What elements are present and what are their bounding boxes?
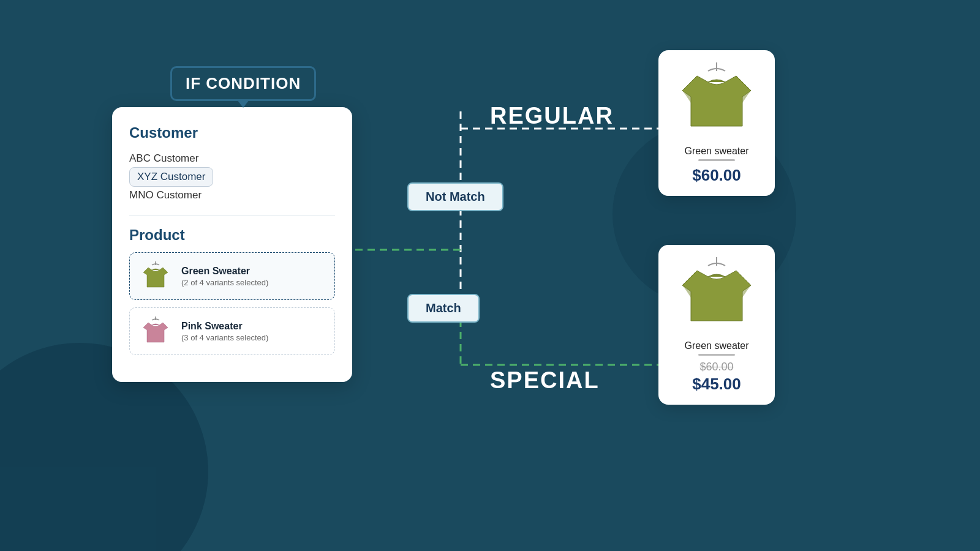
regular-label: REGULAR: [490, 103, 614, 129]
condition-bubble: IF CONDITION: [170, 66, 316, 101]
green-sweater-thumbnail: [138, 259, 173, 293]
condition-label: IF CONDITION: [186, 74, 301, 92]
regular-result-card: Green sweater $60.00: [658, 50, 775, 196]
green-sweater-info: Green Sweater (2 of 4 variants selected): [181, 266, 268, 287]
product-card-pink[interactable]: Pink Sweater (3 of 4 variants selected): [129, 307, 335, 355]
pink-sweater-thumbnail: [138, 314, 173, 348]
special-original-price: $60.00: [667, 361, 766, 373]
special-discounted-price: $45.00: [667, 375, 766, 394]
pink-sweater-icon: [138, 314, 173, 348]
match-label: Match: [426, 301, 461, 315]
main-container: IF CONDITION Customer ABC Customer XYZ C…: [0, 0, 980, 551]
customer-item-abc[interactable]: ABC Customer: [129, 150, 335, 167]
special-sweater-icon: [674, 255, 760, 334]
regular-sweater-icon: [674, 60, 760, 140]
pink-sweater-variants: (3 of 4 variants selected): [181, 333, 268, 342]
green-sweater-name: Green Sweater: [181, 266, 268, 277]
customer-section-title: Customer: [129, 124, 335, 141]
pink-sweater-name: Pink Sweater: [181, 321, 268, 332]
product-card-green[interactable]: Green Sweater (2 of 4 variants selected): [129, 252, 335, 300]
regular-divider: [698, 159, 735, 161]
condition-panel: Customer ABC Customer XYZ Customer MNO C…: [112, 107, 352, 382]
section-divider: [129, 215, 335, 216]
special-label: SPECIAL: [490, 367, 600, 394]
special-product-name: Green sweater: [667, 340, 766, 351]
special-sweater-image: [674, 255, 760, 334]
not-match-button[interactable]: Not Match: [407, 182, 503, 211]
pink-sweater-info: Pink Sweater (3 of 4 variants selected): [181, 321, 268, 342]
special-divider: [698, 354, 735, 356]
match-button[interactable]: Match: [407, 294, 480, 323]
green-sweater-icon: [138, 259, 173, 293]
customer-list: ABC Customer XYZ Customer MNO Customer: [129, 150, 335, 204]
regular-product-name: Green sweater: [667, 146, 766, 157]
special-result-card: Green sweater $60.00 $45.00: [658, 245, 775, 405]
regular-sweater-image: [674, 60, 760, 140]
customer-item-mno[interactable]: MNO Customer: [129, 187, 335, 204]
not-match-label: Not Match: [426, 190, 485, 203]
green-sweater-variants: (2 of 4 variants selected): [181, 278, 268, 287]
regular-price: $60.00: [667, 166, 766, 185]
customer-item-xyz[interactable]: XYZ Customer: [129, 167, 213, 187]
product-section-title: Product: [129, 227, 335, 244]
